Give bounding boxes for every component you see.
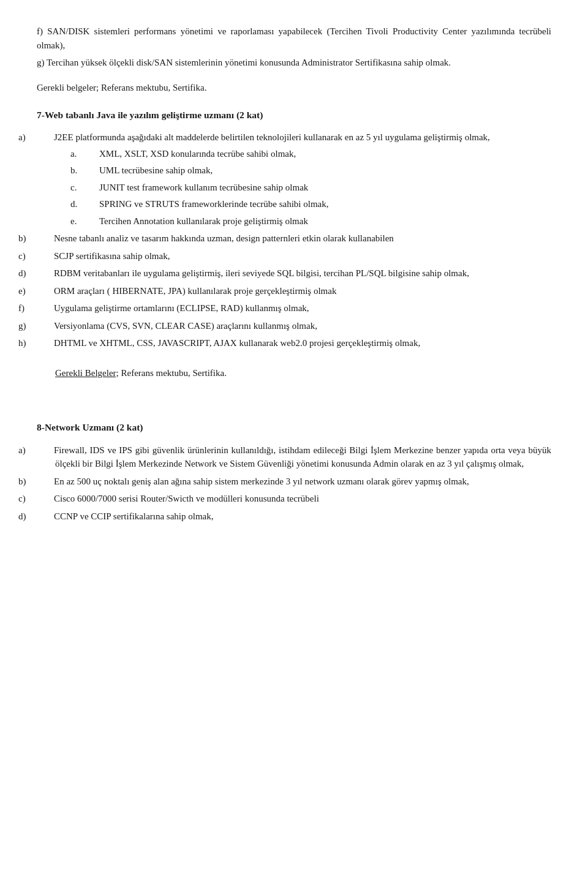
- intro-para1: f) SAN/DISK sistemleri performans yöneti…: [37, 24, 551, 52]
- list-item: b)En az 500 uç noktalı geniş alan ağına …: [37, 475, 551, 489]
- intro-para2: g) Tercihan yüksek ölçekli disk/SAN sist…: [37, 56, 551, 70]
- list-item: e)ORM araçları ( HIBERNATE, JPA) kullanı…: [37, 284, 551, 298]
- nested-item-a: a.XML, XSLT, XSD konularında tecrübe sah…: [86, 147, 551, 161]
- gerekli-belgeler-line: Gerekli Belgeler; Referans mektubu, Sert…: [37, 366, 551, 380]
- nested-item-c: c.JUNIT test framework kullanım tecrübes…: [86, 181, 551, 195]
- section7-heading: 7-Web tabanlı Java ile yazılım geliştirm…: [37, 108, 551, 122]
- gerekli-line: Gerekli belgeler; Referans mektubu, Sert…: [37, 81, 551, 95]
- list-item: a)J2EE platformunda aşağıdaki alt maddel…: [37, 130, 551, 228]
- page-content: f) SAN/DISK sistemleri performans yöneti…: [37, 24, 551, 523]
- list-item: b)Nesne tabanlı analiz ve tasarım hakkın…: [37, 231, 551, 246]
- intro-section: f) SAN/DISK sistemleri performans yöneti…: [37, 24, 551, 70]
- gerekli-belgeler-rest: Referans mektubu, Sertifika.: [119, 368, 227, 378]
- nested-item-e: e.Tercihen Annotation kullanılarak proje…: [86, 214, 551, 228]
- list-item: g)Versiyonlama (CVS, SVN, CLEAR CASE) ar…: [37, 319, 551, 333]
- nested-item-d: d.SPRING ve STRUTS frameworklerinde tecr…: [86, 197, 551, 211]
- nested-item-b: b.UML tecrübesine sahip olmak,: [86, 164, 551, 178]
- section8-list: a)Firewall, IDS ve IPS gibi güvenlik ürü…: [37, 443, 551, 524]
- list-item: f)Uygulama geliştirme ortamlarını (ECLIP…: [37, 301, 551, 315]
- gerekli-belgeler-label: Gerekli Belgeler;: [55, 368, 119, 378]
- list-item: a)Firewall, IDS ve IPS gibi güvenlik ürü…: [37, 443, 551, 471]
- section8-heading: 8-Network Uzmanı (2 kat): [37, 420, 551, 434]
- list-item: c)SCJP sertifikasına sahip olmak,: [37, 249, 551, 263]
- item-a-text: J2EE platformunda aşağıdaki alt maddeler…: [54, 132, 490, 142]
- list-item: h)DHTML ve XHTML, CSS, JAVASCRIPT, AJAX …: [37, 336, 551, 350]
- nested-list-a: a.XML, XSLT, XSD konularında tecrübe sah…: [55, 147, 551, 228]
- list-item: d)CCNP ve CCIP sertifikalarına sahip olm…: [37, 510, 551, 524]
- spacer: [37, 356, 551, 366]
- spacer2: [37, 392, 551, 402]
- list-item: c)Cisco 6000/7000 serisi Router/Swicth v…: [37, 492, 551, 506]
- section7-list: a)J2EE platformunda aşağıdaki alt maddel…: [37, 130, 551, 350]
- list-item: d)RDBM veritabanları ile uygulama gelişt…: [37, 266, 551, 280]
